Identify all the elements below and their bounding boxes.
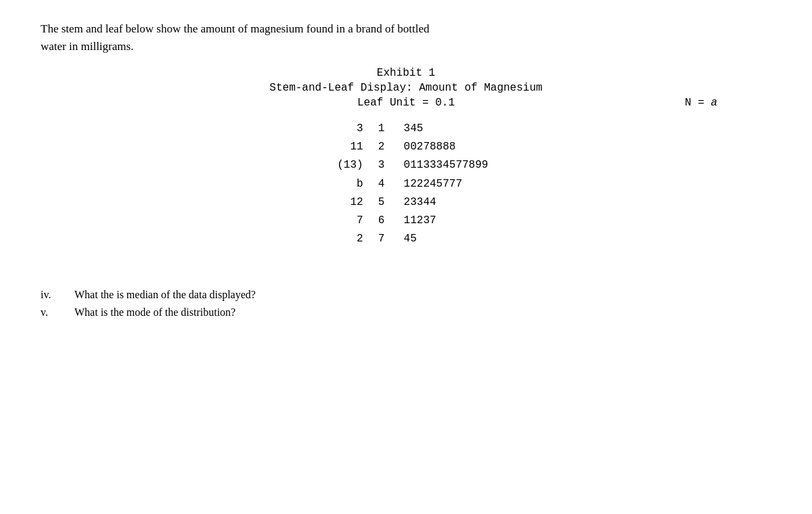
- stem-cell: 6: [371, 212, 392, 230]
- leaves-cell: 23344: [392, 193, 436, 212]
- freq-cell: b: [324, 175, 371, 193]
- stem-leaf-header: Stem-and-Leaf Display: Amount of Magnesi…: [41, 82, 771, 94]
- leaves-cell: 122245777: [392, 175, 462, 193]
- freq-cell: 11: [324, 138, 371, 156]
- questions-section: iv.What the is median of the data displa…: [41, 289, 771, 319]
- leaf-unit-row: Leaf Unit = 0.1 N = a: [41, 97, 771, 109]
- question-row: iv.What the is median of the data displa…: [41, 289, 771, 301]
- n-value: a: [710, 97, 717, 109]
- stem-cell: 7: [371, 230, 392, 248]
- leaves-cell: 345: [392, 120, 424, 138]
- intro-line2: water in milligrams.: [41, 38, 771, 55]
- intro-paragraph: The stem and leaf below show the amount …: [41, 20, 771, 55]
- stem-leaf-data: 3134511200278888(13)30113334577899b41222…: [324, 120, 489, 248]
- question-text: What the is median of the data displayed…: [74, 289, 256, 301]
- table-row: 2745: [324, 230, 489, 248]
- stem-cell: 2: [371, 138, 392, 156]
- stem-leaf-table: 3134511200278888(13)30113334577899b41222…: [41, 120, 771, 248]
- n-label: N =: [685, 97, 704, 109]
- stem-cell: 1: [371, 120, 392, 138]
- stem-cell: 5: [371, 193, 392, 212]
- leaves-cell: 45: [392, 230, 417, 248]
- table-row: 31345: [324, 120, 489, 138]
- table-row: 11200278888: [324, 138, 489, 156]
- question-row: v.What is the mode of the distribution?: [41, 306, 771, 319]
- question-label: v.: [41, 306, 74, 319]
- question-label: iv.: [41, 289, 74, 301]
- intro-line1: The stem and leaf below show the amount …: [41, 20, 771, 38]
- freq-cell: (13): [324, 156, 371, 174]
- table-row: 12523344: [324, 193, 489, 212]
- question-text: What is the mode of the distribution?: [74, 306, 235, 319]
- table-row: (13)30113334577899: [324, 156, 489, 174]
- n-equals: N = a: [685, 97, 717, 109]
- leaves-cell: 00278888: [392, 138, 456, 156]
- exhibit-section: Exhibit 1 Stem-and-Leaf Display: Amount …: [41, 67, 771, 248]
- table-row: 7611237: [324, 212, 489, 230]
- stem-cell: 3: [371, 156, 392, 174]
- freq-cell: 12: [324, 193, 371, 212]
- page-container: The stem and leaf below show the amount …: [41, 20, 771, 319]
- leaf-unit-label: Leaf Unit = 0.1: [357, 97, 455, 109]
- freq-cell: 2: [324, 230, 371, 248]
- leaves-cell: 11237: [392, 212, 436, 230]
- stem-cell: 4: [371, 175, 392, 193]
- freq-cell: 3: [324, 120, 371, 138]
- exhibit-title: Exhibit 1: [41, 67, 771, 79]
- leaves-cell: 0113334577899: [392, 156, 489, 174]
- table-row: b4122245777: [324, 175, 489, 193]
- freq-cell: 7: [324, 212, 371, 230]
